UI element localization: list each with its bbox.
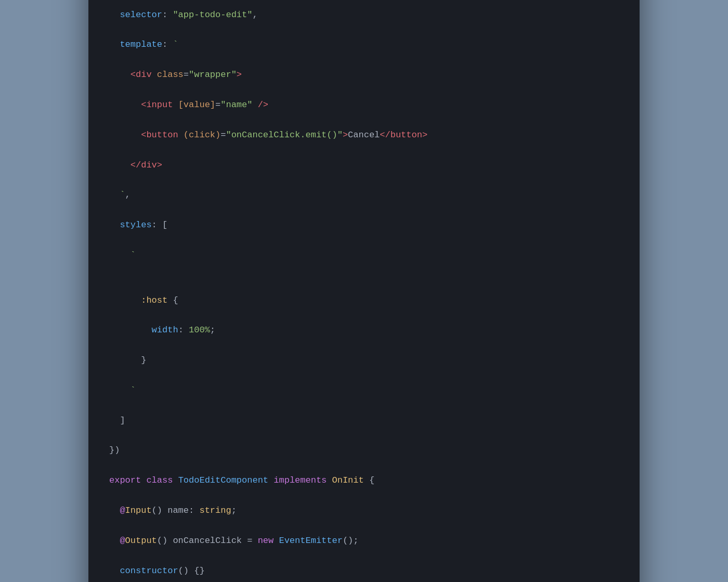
code-content: import { Input, Component, OnInit, Outpu… — [88, 0, 640, 582]
code-editor-window: import { Input, Component, OnInit, Outpu… — [88, 0, 640, 582]
